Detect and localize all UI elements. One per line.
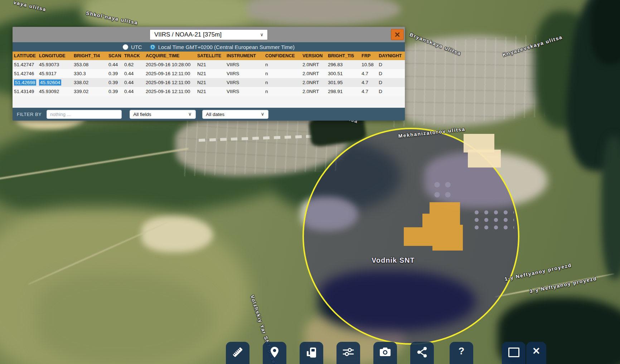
camera-icon [379, 346, 391, 357]
col-version[interactable]: VERSION [301, 52, 326, 60]
table-row[interactable]: 51.43149 45.93092 339.02 0.39 0.44 2025-… [13, 87, 405, 96]
dataset-select[interactable]: VIIRS / NOAA-21 [375m] [150, 29, 268, 40]
col-daynight[interactable]: DAYNIGHT [377, 52, 405, 60]
street-label: vaya ulitsa [13, 0, 47, 13]
rectangle-select-button[interactable] [502, 342, 525, 364]
selected-cell: 51.42698 [14, 79, 36, 86]
screenshot-button[interactable] [373, 342, 397, 364]
col-confidence[interactable]: CONFIDENCE [264, 52, 301, 60]
local-time-radio[interactable]: Local Time GMT+0200 (Central European Su… [150, 44, 295, 50]
close-toolbar-button[interactable]: ✕ [526, 342, 546, 364]
col-bright-ti4[interactable]: BRIGHT_TI4 [72, 52, 107, 60]
col-latitude[interactable]: LATITUDE [13, 52, 38, 60]
col-longitude[interactable]: LONGITUDE [38, 52, 72, 60]
col-track[interactable]: TRACK [123, 52, 144, 60]
fire-detection-footprint-faded[interactable] [468, 150, 501, 168]
question-mark-icon: ? [459, 346, 465, 356]
filter-by-label: FILTER BY [17, 112, 42, 117]
gas-pump-icon [306, 346, 317, 358]
ruler-icon [232, 346, 243, 358]
fire-data-panel: VIIRS / NOAA-21 [375m] ∨ ✕ UTC Local Tim… [13, 27, 405, 121]
col-scan[interactable]: SCAN [107, 52, 123, 60]
location-pin-icon [269, 346, 280, 358]
share-button[interactable] [410, 342, 434, 364]
quarry-patch [141, 217, 213, 252]
rectangle-icon [508, 348, 519, 357]
area-label-vodnik-snt: Vodnik SNT [372, 256, 415, 264]
share-icon [417, 346, 427, 358]
filter-bar: FILTER BY All fields ∨ All dates ∨ [13, 108, 405, 121]
close-icon: ✕ [532, 346, 541, 356]
location-button[interactable] [263, 342, 286, 364]
radio-unchecked-icon [123, 44, 128, 50]
street-label: 3-y Neftyanoy proyezd [529, 275, 597, 294]
col-frp[interactable]: FRP [360, 52, 377, 60]
measure-tool-button[interactable] [226, 342, 250, 364]
selected-cell: 45.92604 [39, 79, 61, 86]
radio-checked-icon [150, 44, 155, 50]
utc-label: UTC [131, 44, 142, 50]
close-icon: ✕ [394, 31, 401, 38]
fields-select-wrap: All fields ∨ [130, 110, 196, 119]
water-area [601, 136, 620, 279]
fire-pixels-table: LATITUDE LONGITUDE BRIGHT_TI4 SCAN TRACK… [13, 52, 405, 108]
panel-header: VIIRS / NOAA-21 [375m] ∨ ✕ [13, 27, 405, 42]
col-bright-ti5[interactable]: BRIGHT_TI5 [326, 52, 360, 60]
local-time-label: Local Time GMT+0200 (Central European Su… [158, 44, 295, 50]
table-row-selected[interactable]: 51.42698 45.92604 338.02 0.39 0.44 2025-… [13, 78, 405, 87]
firms-map-screen: vaya ulitsa Shkol'naya ulitsa Bryanskaya… [0, 0, 620, 364]
farmland-patch [36, 272, 215, 364]
panel-close-button[interactable]: ✕ [391, 29, 404, 40]
dataset-select-wrap: VIIRS / NOAA-21 [375m] ∨ [150, 29, 268, 40]
col-acquire-time[interactable]: ACQUIRE_TIME [144, 52, 196, 60]
sliders-icon [342, 346, 354, 358]
utc-radio[interactable]: UTC [123, 44, 142, 50]
table-row[interactable]: 51.42746 45.9317 330.3 0.39 0.44 2025-09… [13, 69, 405, 78]
water-area [591, 0, 620, 64]
col-instrument[interactable]: INSTRUMENT [225, 52, 264, 60]
filter-dates-select[interactable]: All dates [202, 110, 268, 119]
filter-fields-select[interactable]: All fields [130, 110, 196, 119]
dates-select-wrap: All dates ∨ [202, 110, 268, 119]
filter-input[interactable] [47, 110, 122, 119]
help-button[interactable]: ? [450, 342, 473, 364]
table-row[interactable]: 51.42747 45.93073 353.08 0.44 0.62 2025-… [13, 60, 405, 69]
settings-button[interactable] [336, 342, 360, 364]
col-satellite[interactable]: SATELLITE [196, 52, 225, 60]
urban-patch [247, 0, 401, 25]
time-zone-bar: UTC Local Time GMT+0200 (Central Europea… [13, 42, 405, 52]
gas-pump-button[interactable] [300, 342, 323, 364]
table-header-row: LATITUDE LONGITUDE BRIGHT_TI4 SCAN TRACK… [13, 52, 405, 60]
